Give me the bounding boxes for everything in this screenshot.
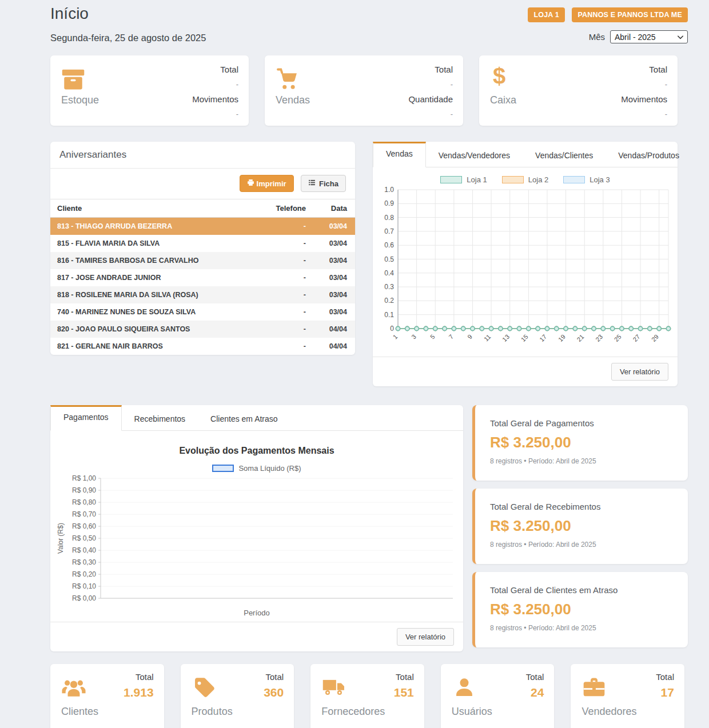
stat-value: -: [192, 107, 238, 122]
entity-card-fornecedores[interactable]: Fornecedores Total 151: [310, 664, 424, 728]
tab-clientes-em-atraso[interactable]: Clientes em Atraso: [198, 405, 290, 430]
birthday-date: 03/04: [313, 218, 355, 235]
summary-title: Total Geral de Pagamentos: [490, 418, 673, 428]
dollar-icon: $: [493, 63, 505, 89]
birthday-date: 04/04: [313, 321, 355, 338]
payments-chart-xlabel: Período: [50, 609, 463, 617]
stat-key: Quantidade: [408, 92, 453, 107]
birthdays-panel: Aniversariantes Imprimir Ficha: [50, 142, 355, 355]
svg-text:0.5: 0.5: [384, 255, 394, 263]
badge-row: LOJA 1 PANNOS E PANNOS LTDA ME: [523, 7, 688, 22]
sales-chart: 00.10.20.30.40.50.60.70.80.91.0135791113…: [377, 185, 673, 352]
stat-value: -: [621, 77, 667, 92]
stat-card-vendas: Vendas Total - Quantidade -: [265, 55, 463, 126]
tab-recebimentos[interactable]: Recebimentos: [122, 405, 198, 430]
birthday-row[interactable]: 816 - TAMIRES BARBOSA DE CARVALHO - 03/0…: [50, 252, 355, 269]
entity-card-clientes[interactable]: Clientes Total 1.913: [50, 664, 164, 728]
entity-card-label: Vendedores: [581, 706, 636, 718]
tab-vendas-produtos[interactable]: Vendas/Produtos: [606, 142, 692, 167]
entity-total-label: Total: [394, 672, 414, 682]
birthday-phone: -: [251, 338, 313, 355]
birthdays-table: Cliente Telefone Data 813 - THIAGO ARRUD…: [50, 199, 355, 355]
entity-card-vendedores[interactable]: Vendedores Total 17: [571, 664, 684, 728]
svg-text:5: 5: [429, 333, 436, 341]
legend-item[interactable]: Loja 2: [502, 175, 548, 184]
birthday-row[interactable]: 818 - ROSILENE MARIA DA SILVA (ROSA) - 0…: [50, 286, 355, 303]
stat-value: -: [192, 77, 238, 92]
printer-icon: [247, 179, 254, 188]
svg-text:15: 15: [520, 333, 529, 343]
store-badge[interactable]: LOJA 1: [528, 7, 565, 22]
legend-item[interactable]: Loja 3: [563, 175, 610, 184]
tab-vendas[interactable]: Vendas: [373, 142, 426, 167]
birthday-row[interactable]: 813 - THIAGO ARRUDA BEZERRA - 03/04: [50, 218, 355, 235]
svg-text:0.9: 0.9: [384, 199, 394, 207]
legend-label: Loja 2: [528, 175, 548, 184]
entity-total-label: Total: [124, 672, 154, 682]
sales-panel: Vendas Vendas/Vendedores Vendas/Clientes…: [373, 142, 678, 386]
print-button[interactable]: Imprimir: [240, 175, 294, 192]
svg-text:R$ 0,50: R$ 0,50: [72, 534, 96, 542]
legend-item[interactable]: Loja 1: [440, 175, 487, 184]
svg-text:0.2: 0.2: [384, 297, 394, 305]
entity-card-values: Total 360: [264, 672, 284, 699]
entity-total-label: Total: [656, 672, 674, 682]
legend-item[interactable]: Soma Líquido (R$): [212, 464, 301, 473]
entity-card-label: Fornecedores: [321, 706, 385, 718]
payments-chart: R$ 0,00R$ 0,10R$ 0,20R$ 0,30R$ 0,40R$ 0,…: [55, 474, 459, 606]
birthday-client: 740 - MARINEZ NUNES DE SOUZA SILVA: [50, 303, 251, 321]
birthday-phone: -: [251, 218, 313, 235]
svg-text:R$ 0,90: R$ 0,90: [72, 486, 96, 494]
svg-text:27: 27: [631, 333, 641, 343]
svg-text:R$ 0,10: R$ 0,10: [72, 582, 96, 590]
birthday-row[interactable]: 820 - JOAO PAULO SIQUEIRA SANTOS - 04/04: [50, 321, 355, 338]
col-header-data: Data: [313, 199, 355, 218]
svg-text:0.4: 0.4: [384, 269, 394, 277]
birthday-row[interactable]: 817 - JOSE ANDRADE JUNIOR - 03/04: [50, 269, 355, 286]
entity-card-values: Total 17: [656, 672, 674, 699]
birthday-date: 04/04: [313, 338, 355, 355]
birthday-date: 03/04: [313, 303, 355, 321]
birthday-row[interactable]: 815 - FLAVIA MARIA DA SILVA - 03/04: [50, 235, 355, 252]
svg-text:R$ 0,60: R$ 0,60: [72, 522, 96, 530]
sales-report-button[interactable]: Ver relatório: [611, 363, 668, 381]
tab-pagamentos[interactable]: Pagamentos: [50, 405, 122, 431]
svg-text:17: 17: [538, 333, 548, 343]
svg-text:7: 7: [447, 333, 455, 341]
payments-panel: Pagamentos Recebimentos Clientes em Atra…: [50, 405, 463, 651]
col-header-telefone: Telefone: [251, 199, 313, 218]
box-icon: [61, 67, 85, 91]
birthday-row[interactable]: 821 - GERLANE NAIR BARROS - 04/04: [50, 338, 355, 355]
tag-icon: [192, 675, 217, 701]
birthday-client: 816 - TAMIRES BARBOSA DE CARVALHO: [50, 252, 251, 269]
birthday-row[interactable]: 740 - MARINEZ NUNES DE SOUZA SILVA - 03/…: [50, 303, 355, 321]
entity-total-value: 151: [394, 686, 414, 699]
payments-report-button[interactable]: Ver relatório: [397, 628, 454, 646]
company-badge[interactable]: PANNOS E PANNOS LTDA ME: [572, 7, 688, 22]
tab-vendas-clientes[interactable]: Vendas/Clientes: [523, 142, 606, 167]
month-select[interactable]: Abril - 2025: [610, 30, 688, 43]
svg-text:Valor (R$): Valor (R$): [57, 523, 65, 554]
stat-key: Movimentos: [621, 92, 667, 107]
legend-swatch: [212, 465, 234, 472]
entity-card-produtos[interactable]: Produtos Total 360: [181, 664, 294, 728]
ficha-button[interactable]: Ficha: [301, 175, 346, 192]
entity-card-values: Total 24: [526, 672, 544, 699]
page-header: Início Segunda-feira, 25 de agosto de 20…: [50, 5, 688, 43]
birthdays-toolbar: Imprimir Ficha: [50, 169, 355, 199]
truck-icon: [321, 675, 346, 701]
svg-text:0: 0: [390, 325, 394, 333]
entity-card-usuarios[interactable]: Usuários Total 24: [441, 664, 555, 728]
stat-card-caixa: $ Caixa Total - Movimentos -: [479, 55, 678, 126]
svg-text:1.0: 1.0: [384, 186, 394, 194]
birthday-client: 821 - GERLANE NAIR BARROS: [50, 338, 251, 355]
stat-key: Total: [408, 62, 453, 77]
stat-card-values: Total - Movimentos -: [621, 62, 667, 122]
birthday-phone: -: [251, 269, 313, 286]
cart-icon: [276, 67, 300, 91]
summary-card-pagamentos: Total Geral de Pagamentos R$ 3.250,00 8 …: [472, 405, 688, 481]
svg-text:R$ 0,20: R$ 0,20: [72, 570, 96, 578]
summary-amount: R$ 3.250,00: [490, 517, 673, 535]
tab-vendas-vendedores[interactable]: Vendas/Vendedores: [426, 142, 523, 167]
birthday-client: 815 - FLAVIA MARIA DA SILVA: [50, 235, 251, 252]
